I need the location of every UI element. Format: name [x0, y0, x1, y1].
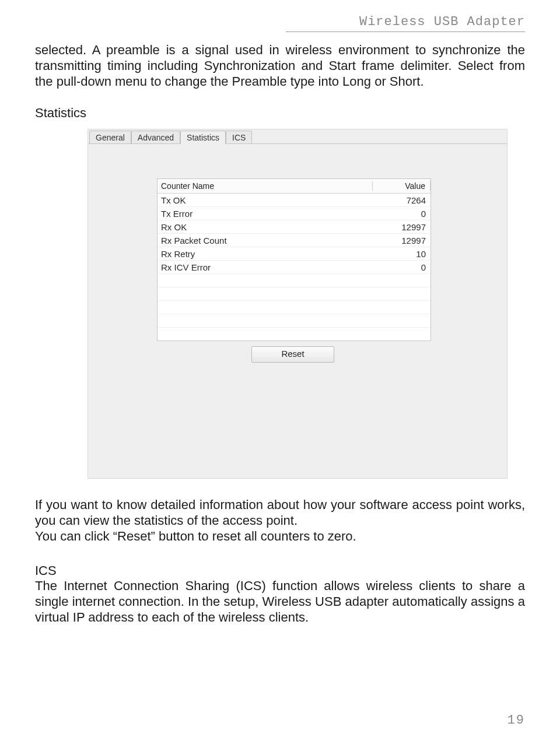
table-row [158, 328, 430, 341]
counter-value: 10 [373, 249, 430, 259]
table-row: Rx ICV Error 0 [158, 261, 430, 274]
counter-name: Rx OK [158, 222, 373, 232]
counter-name: Rx Retry [158, 249, 373, 259]
counter-value: 0 [373, 209, 430, 219]
running-header: Wireless USB Adapter [286, 15, 525, 32]
counter-value: 0 [373, 262, 430, 272]
heading-statistics: Statistics [35, 106, 525, 121]
heading-ics: ICS [35, 563, 525, 578]
counter-name: Rx ICV Error [158, 262, 373, 272]
reset-button[interactable]: Reset [251, 346, 334, 363]
table-row [158, 314, 430, 328]
table-row: Tx Error 0 [158, 207, 430, 220]
paragraph-reset-desc: You can click “Reset” button to reset al… [35, 529, 525, 545]
page-number: 19 [508, 713, 525, 728]
counter-value: 12997 [373, 222, 430, 232]
table-row [158, 274, 430, 287]
counter-name: Tx OK [158, 195, 373, 205]
tab-general[interactable]: General [89, 131, 131, 143]
col-header-value: Value [373, 181, 430, 191]
tab-advanced[interactable]: Advanced [131, 131, 180, 143]
paragraph-ics: The Internet Connection Sharing (ICS) fu… [35, 578, 525, 625]
tab-ics[interactable]: ICS [226, 131, 252, 143]
col-header-name: Counter Name [158, 181, 373, 191]
table-row [158, 301, 430, 314]
paragraph-preamble: selected. A preamble is a signal used in… [35, 43, 525, 89]
tab-statistics[interactable]: Statistics [180, 131, 226, 144]
paragraph-stats-desc: If you want to know detailed information… [35, 497, 525, 529]
counter-value: 12997 [373, 236, 430, 245]
counter-name: Tx Error [158, 209, 373, 219]
counter-name: Rx Packet Count [158, 236, 373, 245]
statistics-screenshot: General Advanced Statistics ICS Counter … [88, 129, 508, 479]
statistics-table: Counter Name Value Tx OK 7264 Tx Error 0… [157, 178, 431, 341]
tab-strip: General Advanced Statistics ICS [88, 129, 507, 144]
table-header-row: Counter Name Value [158, 179, 430, 194]
counter-value: 7264 [373, 195, 430, 205]
table-row [158, 287, 430, 301]
table-row: Rx Packet Count 12997 [158, 234, 430, 247]
table-row: Rx Retry 10 [158, 247, 430, 261]
table-row: Tx OK 7264 [158, 194, 430, 207]
table-row: Rx OK 12997 [158, 220, 430, 234]
